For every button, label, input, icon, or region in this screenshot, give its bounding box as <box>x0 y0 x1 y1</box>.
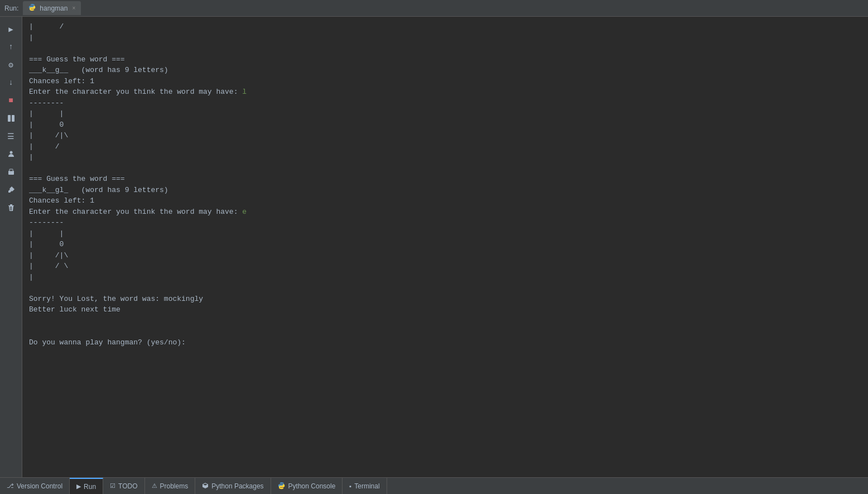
terminal-label: Terminal <box>354 482 379 490</box>
run-button[interactable]: ▶ <box>3 21 19 37</box>
run-tab[interactable]: ▶ Run <box>70 478 103 494</box>
rerun-button[interactable] <box>3 111 19 126</box>
terminal-icon: ▪ <box>349 483 351 490</box>
python-tab-icon <box>28 3 36 13</box>
todo-label: TODO <box>118 482 137 490</box>
version-control-icon: ⎇ <box>7 482 14 490</box>
problems-label: Problems <box>160 482 189 490</box>
down-button[interactable]: ↓ <box>3 75 19 90</box>
delete-button[interactable] <box>3 200 19 215</box>
svg-point-5 <box>13 172 14 173</box>
svg-point-2 <box>9 151 12 154</box>
problems-icon: ⚠ <box>152 482 157 490</box>
svg-rect-4 <box>9 169 13 171</box>
python-console-icon <box>278 482 286 491</box>
run-label: Run: <box>4 4 18 12</box>
run-tab-header[interactable]: hangman × <box>23 1 81 15</box>
pin-button[interactable] <box>3 182 19 198</box>
title-bar: Run: hangman × <box>0 0 868 17</box>
python-packages-label: Python Packages <box>211 482 263 490</box>
tab-name: hangman <box>40 4 67 12</box>
problems-tab[interactable]: ⚠ Problems <box>145 478 196 494</box>
todo-tab[interactable]: ☑ TODO <box>103 478 144 494</box>
python-packages-tab[interactable]: Python Packages <box>195 478 271 494</box>
python-console-tab[interactable]: Python Console <box>271 478 343 494</box>
todo-icon: ☑ <box>110 482 115 490</box>
bottom-bar: ⎇ Version Control ▶ Run ☑ TODO ⚠ Problem… <box>0 477 868 494</box>
console-area[interactable]: | / | === Guess the word === ___k__g__ (… <box>22 17 868 477</box>
console-output: | / | === Guess the word === ___k__g__ (… <box>29 21 861 348</box>
settings-button[interactable]: ⚙ <box>3 57 19 73</box>
print-button[interactable] <box>3 164 19 180</box>
user-button[interactable] <box>3 146 19 162</box>
main-layout: ▶ ↑ ⚙ ↓ ■ ☰ <box>0 17 868 477</box>
python-console-label: Python Console <box>288 482 336 490</box>
run-label-bottom: Run <box>84 483 96 491</box>
version-control-label: Version Control <box>17 482 62 490</box>
svg-rect-0 <box>8 115 11 122</box>
up-button[interactable]: ↑ <box>3 39 19 55</box>
stop-button[interactable]: ■ <box>3 93 19 108</box>
python-packages-icon <box>202 482 209 490</box>
list-button[interactable]: ☰ <box>3 128 19 144</box>
terminal-tab[interactable]: ▪ Terminal <box>343 478 387 494</box>
version-control-tab[interactable]: ⎇ Version Control <box>0 478 70 494</box>
close-icon[interactable]: × <box>72 5 75 11</box>
run-icon: ▶ <box>76 483 81 490</box>
svg-rect-1 <box>12 115 15 122</box>
sidebar: ▶ ↑ ⚙ ↓ ■ ☰ <box>0 17 22 477</box>
